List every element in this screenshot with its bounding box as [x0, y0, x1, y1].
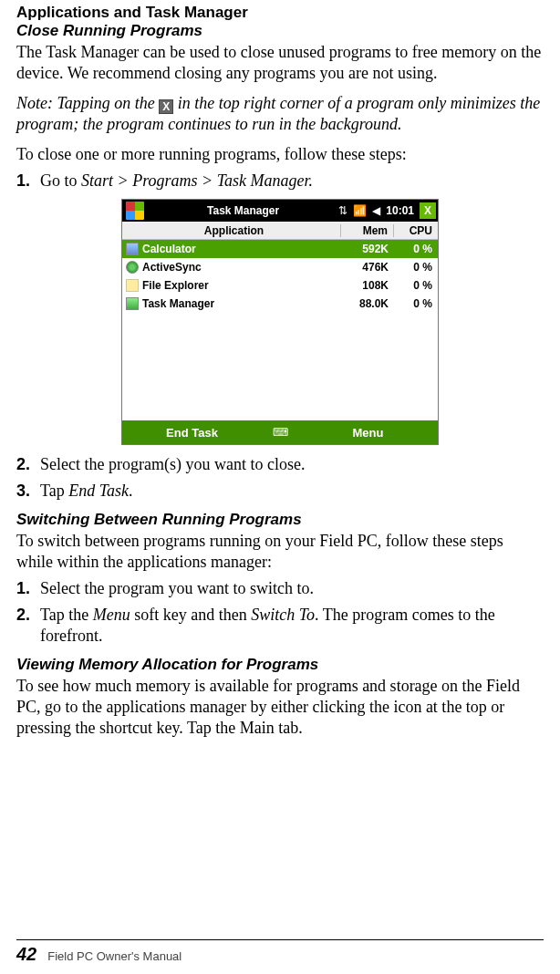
step-text: Tap End Task.: [40, 481, 544, 502]
app-icon: [126, 243, 139, 255]
paragraph: The Task Manager can be used to close un…: [16, 42, 544, 84]
subsection-heading: Viewing Memory Allocation for Programs: [16, 656, 544, 674]
paragraph: To see how much memory is available for …: [16, 676, 544, 739]
task-row[interactable]: Calculator592K0 %: [122, 240, 438, 258]
book-title: Field PC Owner's Manual: [47, 949, 181, 963]
task-mem-cell: 108K: [341, 279, 394, 292]
column-header-row: Application Mem CPU: [122, 222, 438, 240]
task-row[interactable]: Task Manager88.0K0 %: [122, 295, 438, 313]
keyboard-icon[interactable]: ⌨: [262, 426, 298, 439]
note-paragraph: Note: Tapping on the X in the top right …: [16, 93, 544, 135]
app-icon: [126, 279, 139, 292]
signal-icon[interactable]: 📶: [353, 204, 367, 217]
task-name: Task Manager: [142, 297, 214, 310]
paragraph: To switch between programs running on yo…: [16, 531, 544, 573]
close-button[interactable]: X: [420, 202, 436, 219]
column-header-cpu[interactable]: CPU: [394, 224, 438, 237]
app-icon: [126, 261, 139, 274]
screenshot-container: Task Manager ⇅ 📶 ◀ 10:01 X Application M…: [16, 199, 544, 445]
step-number: 2.: [16, 605, 40, 647]
task-mem-cell: 592K: [341, 243, 394, 255]
column-header-mem[interactable]: Mem: [341, 224, 394, 237]
task-mem-cell: 88.0K: [341, 297, 394, 310]
task-name-cell: ActiveSync: [122, 261, 341, 274]
task-cpu-cell: 0 %: [394, 243, 438, 255]
task-name: Calculator: [142, 243, 196, 255]
column-header-application[interactable]: Application: [122, 224, 341, 237]
numbered-step: 3.Tap End Task.: [16, 481, 544, 502]
step-text: Tap the Menu soft key and then Switch To…: [40, 605, 544, 647]
step-number: 2.: [16, 454, 40, 475]
numbered-step: 1.Go to Start > Programs > Task Manager.: [16, 171, 544, 192]
numbered-step: 2.Tap the Menu soft key and then Switch …: [16, 605, 544, 647]
task-name: File Explorer: [142, 279, 209, 292]
task-cpu-cell: 0 %: [394, 261, 438, 274]
numbered-step: 1.Select the program you want to switch …: [16, 578, 544, 599]
app-icon: [126, 297, 139, 310]
page-footer: 42 Field PC Owner's Manual: [16, 939, 544, 965]
page-number: 42: [16, 944, 36, 965]
note-pre: Note: Tapping on the: [16, 94, 159, 112]
step-number: 1.: [16, 578, 40, 599]
task-manager-window: Task Manager ⇅ 📶 ◀ 10:01 X Application M…: [121, 199, 439, 445]
subsection-heading: Close Running Programs: [16, 22, 544, 40]
softkey-menu[interactable]: Menu: [298, 426, 438, 440]
task-name-cell: Task Manager: [122, 297, 341, 310]
task-mem-cell: 476K: [341, 261, 394, 274]
close-icon: X: [159, 99, 173, 114]
step-text: Go to Start > Programs > Task Manager.: [40, 171, 544, 192]
volume-icon[interactable]: ◀: [372, 204, 380, 217]
task-row[interactable]: File Explorer108K0 %: [122, 276, 438, 295]
subsection-heading: Switching Between Running Programs: [16, 511, 544, 529]
task-name-cell: Calculator: [122, 243, 341, 255]
task-name: ActiveSync: [142, 261, 202, 274]
step-number: 1.: [16, 171, 40, 192]
connectivity-icon[interactable]: ⇅: [338, 204, 347, 217]
step-number: 3.: [16, 481, 40, 502]
window-title: Task Manager: [148, 204, 338, 217]
task-name-cell: File Explorer: [122, 279, 341, 292]
soft-key-bar: End Task ⌨ Menu: [122, 420, 438, 444]
step-text: Select the program you want to switch to…: [40, 578, 544, 599]
task-cpu-cell: 0 %: [394, 297, 438, 310]
section-heading: Applications and Task Manager: [16, 4, 544, 22]
title-bar: Task Manager ⇅ 📶 ◀ 10:01 X: [122, 200, 438, 222]
task-row[interactable]: ActiveSync476K0 %: [122, 258, 438, 276]
softkey-end-task[interactable]: End Task: [122, 426, 262, 440]
paragraph: To close one or more running programs, f…: [16, 144, 544, 165]
step-text: Select the program(s) you want to close.: [40, 454, 544, 475]
task-cpu-cell: 0 %: [394, 279, 438, 292]
clock-text[interactable]: 10:01: [386, 204, 414, 217]
list-empty-area: [122, 313, 438, 420]
numbered-step: 2.Select the program(s) you want to clos…: [16, 454, 544, 475]
system-tray: ⇅ 📶 ◀ 10:01 X: [338, 202, 438, 219]
windows-start-icon[interactable]: [126, 202, 144, 220]
